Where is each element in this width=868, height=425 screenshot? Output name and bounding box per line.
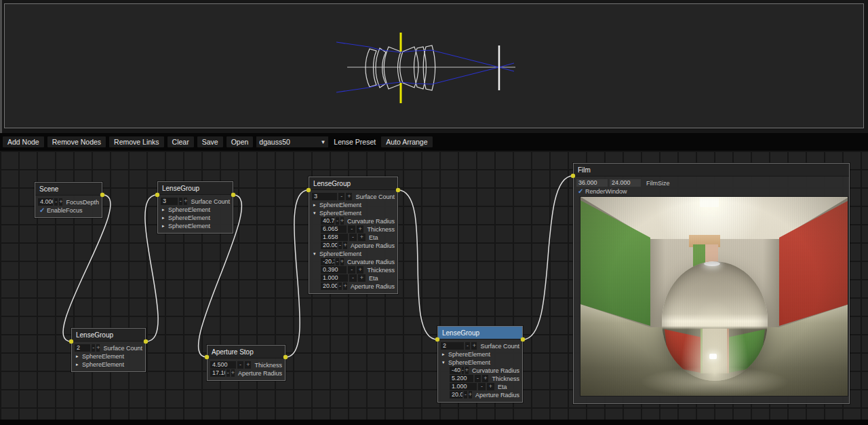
decrement-button[interactable]: - [336,217,339,225]
value-field-curvature-radius[interactable]: -40.730 [450,367,460,374]
param-label: Thickness [492,375,519,382]
increment-button[interactable]: + [96,344,100,352]
param-row-thickness: 6.065-+Thickness [321,225,395,233]
increment-button[interactable]: + [340,217,344,225]
node-lensegroup-1[interactable]: LenseGroup3-+Surface Count▸SphereElement… [157,181,233,234]
checkbox-enablefocus[interactable]: ✓ [39,206,47,214]
disclosure-triangle-icon[interactable]: ▸ [76,362,82,367]
value-field-thickness[interactable]: 0.390 [321,266,347,274]
param-row-sphereelement[interactable]: ▸SphereElement [161,222,230,229]
value-field-eta[interactable]: 1.000 [321,274,348,282]
param-row-aperture-radius: 20.000-+Aperture Radius [321,242,395,249]
decrement-button[interactable]: - [226,369,230,377]
decrement-button[interactable]: - [338,193,344,200]
increment-button[interactable]: + [184,198,187,205]
decrement-button[interactable]: - [348,266,355,274]
value-field-eta[interactable]: 1.658 [321,234,348,241]
value-field-aperture-radius[interactable]: 20.000 [450,391,462,399]
increment-button[interactable]: + [346,193,352,200]
disclosure-triangle-icon[interactable]: ▾ [442,360,448,365]
param-row-sphereelement[interactable]: ▾SphereElement [312,209,395,217]
node-title-lensegroup-3[interactable]: LenseGroup [72,329,145,341]
value-field-surface-count[interactable]: 3 [161,198,178,205]
param-row-renderwindow: ✓RenderWindow [576,187,846,195]
value-field-filmsize-0[interactable]: 36.000 [576,179,608,187]
node-lensegroup-4[interactable]: LenseGroup2-+Surface Count▸SphereElement… [437,326,523,403]
increment-button[interactable]: + [358,234,366,241]
node-lensegroup-2[interactable]: LenseGroup3-+Surface Count▸SphereElement… [309,177,398,294]
decrement-button[interactable]: - [338,242,342,249]
disclosure-triangle-icon[interactable]: ▸ [76,354,82,359]
increment-button[interactable]: + [357,266,364,274]
value-field-thickness[interactable]: 6.065 [321,225,347,233]
param-row-sphereelement[interactable]: ▸SphereElement [441,350,519,358]
node-title-aperture-stop[interactable]: Aperture Stop [208,346,285,358]
decrement-button[interactable]: - [237,361,243,369]
checkbox-renderwindow[interactable]: ✓ [578,187,585,195]
node-title-film[interactable]: Film [574,164,849,177]
increment-button[interactable]: + [343,282,347,290]
node-scene[interactable]: Scene4.000-+FocusDepth✓EnableFocus [35,182,102,218]
increment-button[interactable]: + [465,367,469,374]
increment-button[interactable]: + [245,361,251,369]
disclosure-triangle-icon[interactable]: ▸ [442,352,448,357]
param-row-sphereelement[interactable]: ▸SphereElement [161,214,230,221]
value-field-surface-count[interactable]: 2 [441,342,464,350]
param-label: Eta [369,275,378,282]
value-field-focusdepth[interactable]: 4.000 [38,198,53,206]
increment-button[interactable]: + [340,258,344,265]
decrement-button[interactable]: - [348,225,355,233]
value-field-filmsize-1[interactable]: 24.000 [610,179,641,187]
decrement-button[interactable]: - [475,375,481,382]
value-field-aperture-radius[interactable]: 17.100 [210,369,225,377]
node-title-scene[interactable]: Scene [35,183,102,196]
decrement-button[interactable]: - [349,234,357,241]
increment-button[interactable]: + [469,391,472,399]
increment-button[interactable]: + [59,198,62,206]
disclosure-triangle-icon[interactable]: ▸ [162,215,168,221]
value-field-thickness[interactable]: 5.200 [450,375,473,382]
disclosure-triangle-icon[interactable]: ▾ [313,210,319,216]
param-row-sphereelement[interactable]: ▾SphereElement [441,358,519,366]
decrement-button[interactable]: - [92,344,95,352]
node-title-lensegroup-4[interactable]: LenseGroup [438,327,522,339]
value-field-thickness[interactable]: 4.500 [210,361,236,369]
increment-button[interactable]: + [471,342,477,350]
node-title-lensegroup-2[interactable]: LenseGroup [309,177,397,190]
value-field-surface-count[interactable]: 2 [75,344,90,352]
value-field-surface-count[interactable]: 3 [312,193,337,200]
value-field-curvature-radius[interactable]: 40.770 [321,217,334,225]
decrement-button[interactable]: - [462,367,464,374]
decrement-button[interactable]: - [54,198,58,206]
decrement-button[interactable]: - [465,342,471,350]
increment-button[interactable]: + [357,225,364,233]
node-title-lensegroup-1[interactable]: LenseGroup [158,182,233,195]
increment-button[interactable]: + [231,369,235,377]
disclosure-triangle-icon[interactable]: ▸ [313,202,319,208]
value-field-eta[interactable]: 1.000 [450,383,477,390]
param-row-sphereelement[interactable]: ▸SphereElement [312,201,395,208]
decrement-button[interactable]: - [338,282,342,290]
increment-button[interactable]: + [343,242,347,249]
value-field-aperture-radius[interactable]: 20.000 [321,282,337,290]
decrement-button[interactable]: - [179,198,182,205]
disclosure-triangle-icon[interactable]: ▾ [313,251,319,257]
param-row-sphereelement[interactable]: ▸SphereElement [75,361,142,368]
value-field-curvature-radius[interactable]: -20.385 [321,258,334,265]
increment-button[interactable]: + [487,383,494,390]
decrement-button[interactable]: - [464,391,467,399]
param-row-sphereelement[interactable]: ▸SphereElement [75,352,142,360]
node-aperture-stop[interactable]: Aperture Stop4.500-+Thickness17.100-+Ape… [207,345,285,381]
decrement-button[interactable]: - [349,274,357,282]
disclosure-triangle-icon[interactable]: ▸ [162,207,168,212]
value-field-aperture-radius[interactable]: 20.000 [321,242,337,249]
node-lensegroup-3[interactable]: LenseGroup2-+Surface Count▸SphereElement… [71,328,146,372]
increment-button[interactable]: + [358,274,366,282]
param-row-sphereelement[interactable]: ▾SphereElement [312,250,395,257]
decrement-button[interactable]: - [336,258,339,265]
increment-button[interactable]: + [482,375,488,382]
decrement-button[interactable]: - [478,383,486,390]
param-row-sphereelement[interactable]: ▸SphereElement [161,206,230,213]
node-film[interactable]: Film36.00024.000FilmSize✓RenderWindow [573,163,850,404]
disclosure-triangle-icon[interactable]: ▸ [162,223,168,229]
